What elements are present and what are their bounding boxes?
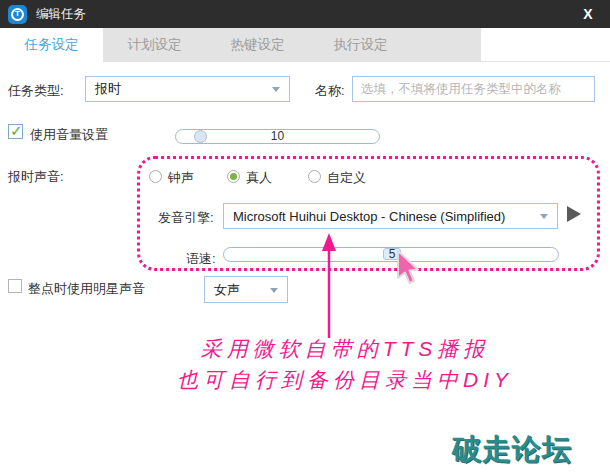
use-volume-label: 使用音量设置 <box>30 126 108 144</box>
volume-slider-thumb[interactable] <box>194 130 207 143</box>
speed-slider-thumb[interactable]: 5 <box>383 248 401 260</box>
annotation-line1: 采用微软自带的TTS播报 <box>110 333 580 364</box>
task-type-value: 报时 <box>95 80 121 98</box>
volume-slider[interactable]: 10 <box>175 129 380 144</box>
tab-bar: 任务设定 计划设定 热键设定 执行设定 <box>0 28 610 62</box>
engine-dropdown[interactable]: Microsoft Huihui Desktop - Chinese (Simp… <box>223 203 558 229</box>
play-icon[interactable] <box>567 206 581 222</box>
radio-real-voice[interactable] <box>227 170 240 183</box>
radio-custom[interactable] <box>308 170 321 183</box>
engine-label: 发音引擎: <box>158 209 214 227</box>
tab-filler <box>412 28 481 62</box>
annotation-overlay <box>0 0 610 473</box>
task-type-label: 任务类型: <box>8 82 64 100</box>
name-input[interactable] <box>352 76 595 102</box>
speed-label: 语速: <box>186 250 216 268</box>
radio-bell[interactable] <box>149 170 162 183</box>
app-gear-icon: T <box>8 5 27 24</box>
radio-custom-label: 自定义 <box>327 169 366 187</box>
annotation-line2: 也可自行到备份目录当中DIY <box>110 364 580 395</box>
close-icon[interactable]: X <box>578 4 598 24</box>
celebrity-voice-checkbox[interactable] <box>8 279 22 293</box>
tab-hotkey-settings[interactable]: 热键设定 <box>206 28 309 62</box>
watermark-text: 破走论坛 <box>452 430 572 470</box>
annotation-text: 采用微软自带的TTS播报 也可自行到备份目录当中DIY <box>110 333 580 395</box>
edit-task-dialog: T 编辑任务 X 任务设定 计划设定 热键设定 执行设定 任务类型: 报时 名称… <box>0 0 610 473</box>
voice-gender-dropdown[interactable]: 女声 <box>204 276 288 303</box>
speed-slider[interactable]: 5 <box>223 247 559 262</box>
chevron-down-icon <box>272 87 280 92</box>
app-icon-letter: T <box>15 10 20 18</box>
task-type-dropdown[interactable]: 报时 <box>85 76 290 102</box>
celebrity-voice-label: 整点时使用明星声音 <box>28 280 145 298</box>
title-bar: T 编辑任务 X <box>0 0 610 28</box>
sound-label: 报时声音: <box>8 168 64 186</box>
window-title: 编辑任务 <box>36 6 86 23</box>
tab-plan-settings[interactable]: 计划设定 <box>103 28 206 62</box>
tab-task-settings[interactable]: 任务设定 <box>0 28 103 62</box>
chevron-down-icon <box>270 288 278 293</box>
chevron-down-icon <box>540 214 548 219</box>
radio-real-voice-label: 真人 <box>246 169 272 187</box>
voice-gender-value: 女声 <box>214 281 240 299</box>
use-volume-checkbox[interactable] <box>8 124 23 139</box>
engine-value: Microsoft Huihui Desktop - Chinese (Simp… <box>233 209 505 224</box>
name-label: 名称: <box>315 82 345 100</box>
radio-bell-label: 钟声 <box>168 169 194 187</box>
tab-execute-settings[interactable]: 执行设定 <box>309 28 412 62</box>
